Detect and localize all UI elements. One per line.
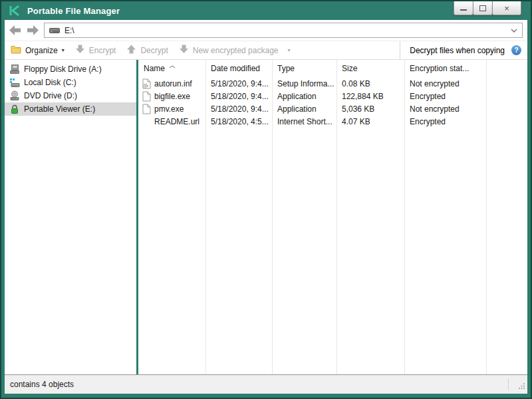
decrypt-when-copying-label: Decrypt files when copying — [410, 46, 505, 55]
file-name: pmv.exe — [154, 104, 184, 114]
file-size: 4.07 KB — [336, 117, 404, 126]
column-header-encryption-status[interactable]: Encryption stat... — [404, 64, 486, 73]
decrypt-arrow-up-icon — [126, 45, 136, 56]
file-date: 5/18/2020, 9:4... — [205, 104, 272, 114]
window-controls: × — [454, 1, 521, 15]
blank-icon — [142, 116, 151, 127]
column-header-type[interactable]: Type — [272, 64, 336, 73]
new-encrypted-package-button[interactable]: New encrypted package ▾ — [179, 45, 291, 56]
encrypt-button[interactable]: Encrypt — [75, 45, 116, 56]
titlebar: Portable File Manager × — [1, 1, 531, 20]
sidebar-item-dvd-d[interactable]: DVD Drive (D:) — [5, 89, 136, 102]
address-text: E:\ — [65, 26, 74, 35]
minimize-icon — [460, 9, 467, 11]
back-button[interactable] — [9, 25, 21, 35]
close-icon: × — [504, 4, 509, 13]
file-size: 0.08 KB — [336, 79, 404, 88]
file-row-readme-url[interactable]: README.url 5/18/2020, 4:5... Internet Sh… — [138, 115, 527, 128]
status-text: contains 4 objects — [10, 380, 74, 389]
main-area: Floppy Disk Drive (A:) Local Disk (C:) D… — [5, 60, 527, 374]
column-header-date-modified[interactable]: Date modified — [205, 64, 272, 73]
sidebar-item-portable-e[interactable]: Portable Viewer (E:) — [5, 102, 136, 116]
package-arrow-down-icon — [179, 45, 189, 56]
file-date: 5/18/2020, 9:4... — [205, 92, 272, 101]
file-icon — [142, 104, 151, 114]
drive-sidebar: Floppy Disk Drive (A:) Local Disk (C:) D… — [5, 60, 136, 374]
status-bar: contains 4 objects — [5, 374, 527, 394]
column-header-size[interactable]: Size — [336, 64, 404, 73]
file-date: 5/18/2020, 9:4... — [205, 79, 272, 88]
sidebar-item-local-c[interactable]: Local Disk (C:) — [5, 76, 136, 89]
file-name: bigfile.exe — [154, 92, 190, 101]
file-encryption-status: Not encrypted — [404, 104, 486, 114]
organize-caret-icon: ▾ — [62, 47, 65, 53]
sidebar-item-label: Floppy Disk Drive (A:) — [24, 65, 102, 74]
file-name: README.url — [154, 117, 200, 126]
resize-grip[interactable] — [518, 382, 525, 392]
minimize-button[interactable] — [454, 1, 473, 15]
maximize-button[interactable] — [473, 1, 493, 15]
column-divider[interactable] — [336, 60, 337, 374]
sort-asc-icon — [169, 61, 176, 70]
file-type: Application — [272, 92, 336, 101]
column-divider[interactable] — [205, 60, 206, 374]
close-button[interactable]: × — [492, 1, 521, 15]
file-encryption-status: Encrypted — [404, 92, 486, 101]
column-divider[interactable] — [272, 60, 273, 374]
file-type: Setup Informa... — [272, 79, 336, 88]
new-encrypted-package-label: New encrypted package — [193, 46, 279, 55]
file-type: Application — [272, 104, 336, 114]
maximize-icon — [479, 5, 486, 11]
lock-icon — [9, 104, 20, 114]
window-content: E:\ Organize ▾ Encrypt — [5, 20, 527, 394]
navigation-bar: E:\ — [5, 20, 527, 41]
organize-label: Organize — [25, 46, 58, 55]
sidebar-item-floppy-a[interactable]: Floppy Disk Drive (A:) — [5, 63, 136, 76]
file-list: Name Date modified Type Size Encryption … — [138, 60, 527, 374]
address-bar[interactable]: E:\ — [44, 23, 523, 38]
file-name: autorun.inf — [154, 79, 192, 88]
file-row-pmv-exe[interactable]: pmv.exe 5/18/2020, 9:4... Application 5,… — [138, 102, 527, 115]
drive-icon — [49, 25, 60, 37]
file-row-autorun-inf[interactable]: autorun.inf 5/18/2020, 9:4... Setup Info… — [138, 77, 527, 90]
sidebar-item-label: DVD Drive (D:) — [24, 91, 77, 100]
floppy-drive-icon — [9, 64, 20, 74]
encrypt-label: Encrypt — [89, 46, 116, 55]
hard-disk-icon — [9, 77, 20, 88]
file-icon — [142, 91, 151, 102]
window-title: Portable File Manager — [27, 6, 120, 16]
setup-file-icon — [142, 78, 151, 89]
forward-button[interactable] — [27, 25, 39, 35]
file-list-header: Name Date modified Type Size Encryption … — [138, 60, 527, 77]
file-type: Internet Short... — [272, 117, 336, 126]
file-size: 5,036 KB — [336, 104, 404, 114]
decrypt-button[interactable]: Decrypt — [126, 45, 168, 56]
new-encrypted-package-caret-icon: ▾ — [288, 47, 291, 53]
help-icon[interactable]: ? — [511, 45, 521, 55]
chevron-down-icon[interactable] — [511, 29, 517, 33]
organize-button[interactable]: Organize ▾ — [11, 45, 65, 56]
folder-icon — [11, 45, 21, 56]
status-bar-divider — [508, 378, 509, 390]
encrypt-arrow-down-icon — [75, 45, 85, 56]
file-date: 5/18/2020, 4:5... — [205, 117, 272, 126]
file-encryption-status: Not encrypted — [404, 79, 486, 88]
file-row-bigfile-exe[interactable]: bigfile.exe 5/18/2020, 9:4... Applicatio… — [138, 90, 527, 102]
toolbar: Organize ▾ Encrypt Decrypt New encrypte — [5, 41, 527, 60]
toolbar-right-section: Decrypt files when copying ? — [400, 41, 521, 59]
file-encryption-status: Encrypted — [404, 117, 486, 126]
sidebar-item-label: Portable Viewer (E:) — [24, 104, 95, 114]
portable-file-manager-window: Portable File Manager × E:\ — [0, 0, 532, 399]
column-divider[interactable] — [404, 60, 405, 374]
column-divider[interactable] — [486, 60, 487, 374]
kaspersky-logo-icon — [8, 4, 21, 17]
file-size: 122,884 KB — [336, 92, 404, 101]
sidebar-item-label: Local Disk (C:) — [24, 78, 76, 87]
dvd-drive-icon — [9, 90, 20, 101]
decrypt-label: Decrypt — [140, 46, 168, 55]
